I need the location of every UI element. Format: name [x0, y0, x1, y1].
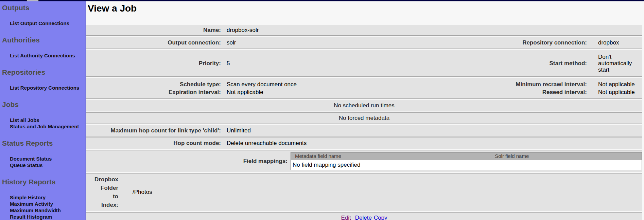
- page-title: View a Job: [88, 3, 642, 14]
- reseed-interval-value: Not applicable: [598, 88, 642, 96]
- field-mappings-table: Metadata field name Solr field name No f…: [291, 152, 642, 170]
- sidebar-item-simple-history[interactable]: Simple History: [10, 194, 86, 201]
- sidebar-header-jobs: Jobs: [0, 101, 86, 108]
- sidebar-section-outputs: Outputs List Output Connections: [0, 4, 86, 26]
- page: Outputs List Output Connections Authorit…: [0, 0, 644, 220]
- expiration-interval-value: Not applicable: [227, 88, 516, 96]
- sidebar-item-list-all-jobs[interactable]: List all Jobs: [10, 117, 86, 123]
- field-row-max-hop-count: Maximum hop count for link type 'child':…: [86, 125, 642, 136]
- name-label: Name:: [86, 27, 221, 33]
- no-scheduled-run-times-row: No scheduled run times: [86, 100, 642, 111]
- sidebar-section-status-reports: Status Reports Document Status Queue Sta…: [0, 140, 86, 168]
- sidebar-item-list-authority-connections[interactable]: List Authority Connections: [10, 52, 86, 59]
- no-forced-metadata-row: No forced metadata: [86, 112, 642, 124]
- field-row-field-mappings: Field mappings: Metadata field name Solr…: [86, 150, 642, 172]
- output-connection-label: Output connection:: [86, 40, 221, 46]
- sidebar-section-history-reports: History Reports Simple History Maximum A…: [0, 178, 86, 220]
- field-mappings-label: Field mappings:: [86, 158, 288, 164]
- reseed-interval-label: Reseed interval:: [516, 88, 587, 96]
- sidebar-item-document-status[interactable]: Document Status: [10, 155, 86, 162]
- sidebar: Outputs List Output Connections Authorit…: [0, 1, 86, 220]
- max-hop-count-label: Maximum hop count for link type 'child':: [86, 128, 221, 134]
- dropbox-folder-label: Dropbox Folder to Index:: [86, 175, 118, 209]
- sidebar-item-result-histogram[interactable]: Result Histogram: [10, 214, 86, 220]
- repository-connection-label: Repository connection:: [522, 40, 592, 46]
- schedule-type-label: Schedule type:: [86, 80, 221, 88]
- field-mappings-column-metadata: Metadata field name: [291, 153, 491, 159]
- field-row-dropbox-folder: Dropbox Folder to Index: /Photos: [86, 173, 642, 211]
- priority-value: 5: [221, 60, 550, 67]
- field-mappings-empty-message: No field mapping specified: [291, 160, 642, 170]
- sidebar-header-history-reports: History Reports: [0, 178, 86, 186]
- start-method-label: Start method:: [550, 60, 593, 67]
- schedule-type-value: Scan every document once: [227, 80, 516, 88]
- start-method-value: Don't automatically start: [592, 54, 642, 73]
- dropbox-folder-value: /Photos: [118, 189, 642, 195]
- sidebar-item-list-output-connections[interactable]: List Output Connections: [10, 20, 86, 26]
- sidebar-header-outputs: Outputs: [0, 4, 86, 12]
- field-row-connections: Output connection: solr Repository conne…: [86, 37, 642, 49]
- sidebar-header-authorities: Authorities: [0, 36, 86, 44]
- name-value: dropbox-solr: [221, 27, 642, 33]
- min-recrawl-interval-value: Not applicable: [598, 80, 642, 88]
- min-recrawl-interval-label: Minimum recrawl interval:: [516, 80, 587, 88]
- sidebar-header-repositories: Repositories: [0, 69, 86, 76]
- sidebar-section-jobs: Jobs List all Jobs Status and Job Manage…: [0, 101, 86, 130]
- field-row-priority: Priority: 5 Start method: Don't automati…: [86, 50, 642, 77]
- output-connection-value: solr: [221, 40, 522, 46]
- main-content: View a Job Name: dropbox-solr Output con…: [86, 1, 644, 220]
- repository-connection-value: dropbox: [592, 40, 642, 46]
- top-border: [0, 0, 644, 1]
- sidebar-item-status-and-job-management[interactable]: Status and Job Management: [10, 123, 86, 130]
- edit-link[interactable]: Edit: [341, 215, 351, 220]
- field-row-schedule: Schedule type: Expiration interval: Scan…: [86, 78, 642, 99]
- expiration-interval-label: Expiration interval:: [86, 88, 221, 96]
- copy-link[interactable]: Copy: [374, 215, 387, 220]
- sidebar-item-maximum-activity[interactable]: Maximum Activity: [10, 201, 86, 207]
- job-view-table: Name: dropbox-solr Output connection: so…: [86, 25, 642, 220]
- sidebar-header-status-reports: Status Reports: [0, 140, 86, 147]
- max-hop-count-value: Unlimited: [221, 128, 642, 134]
- top-notch: [27, 0, 39, 1]
- sidebar-section-authorities: Authorities List Authority Connections: [0, 36, 86, 59]
- sidebar-item-list-repository-connections[interactable]: List Repository Connections: [10, 85, 86, 91]
- delete-link[interactable]: Delete: [355, 215, 372, 220]
- sidebar-section-repositories: Repositories List Repository Connections: [0, 69, 86, 91]
- field-row-name: Name: dropbox-solr: [86, 25, 642, 36]
- field-mappings-column-solr: Solr field name: [491, 153, 642, 159]
- job-actions-row: EditDeleteCopy: [86, 212, 642, 220]
- sidebar-item-queue-status[interactable]: Queue Status: [10, 162, 86, 168]
- sidebar-item-maximum-bandwidth[interactable]: Maximum Bandwidth: [10, 207, 86, 214]
- hop-count-mode-value: Delete unreachable documents: [221, 140, 642, 146]
- priority-label: Priority:: [86, 60, 221, 67]
- field-row-hop-count-mode: Hop count mode: Delete unreachable docum…: [86, 138, 642, 149]
- hop-count-mode-label: Hop count mode:: [86, 140, 221, 146]
